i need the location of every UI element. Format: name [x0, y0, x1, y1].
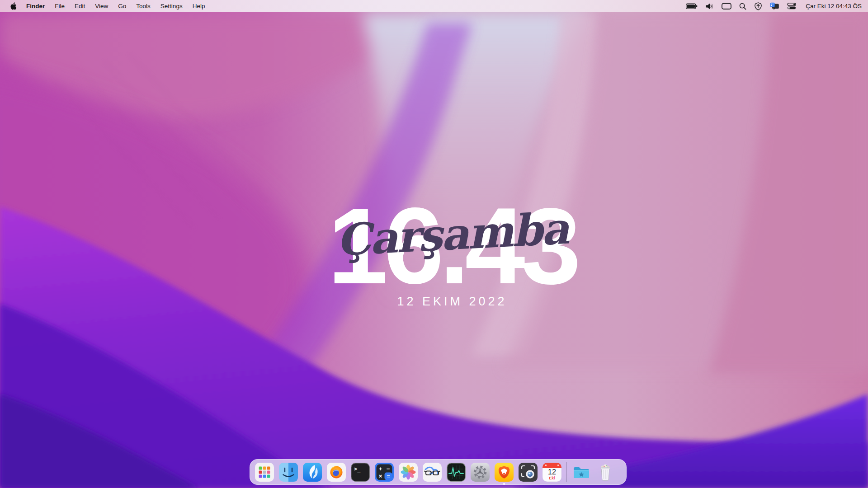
finder-icon: [279, 463, 298, 482]
settings-gear-icon: [471, 463, 490, 482]
volume-icon[interactable]: [705, 3, 714, 9]
dock-item-document-viewer[interactable]: [423, 463, 442, 482]
svg-text:>_: >_: [354, 466, 361, 473]
apple-menu[interactable]: [10, 2, 17, 10]
svg-text:−: −: [387, 465, 390, 472]
menubar-clock[interactable]: Çar Eki 12 04:43 ÖS: [806, 3, 862, 9]
firefox-icon: [327, 463, 346, 482]
favorites-folder-icon: [572, 463, 591, 482]
running-indicator-dot: [503, 483, 505, 485]
trash-full-icon: [596, 463, 615, 482]
menu-go[interactable]: Go: [118, 3, 126, 9]
calendar-month: Eki: [542, 476, 561, 480]
calendar-day: 12: [542, 468, 561, 476]
brave-icon: [495, 463, 514, 482]
document-viewer-icon: [423, 463, 442, 482]
wallpaper: [0, 12, 868, 488]
control-center-icon[interactable]: [787, 3, 796, 9]
dock-item-settings[interactable]: [471, 463, 490, 482]
menu-file[interactable]: File: [55, 3, 65, 9]
apple-logo-icon: [10, 2, 17, 10]
menubar-status-area: Çar Eki 12 04:43 ÖS: [686, 2, 862, 10]
dock-item-trash[interactable]: [596, 463, 615, 482]
dock-item-terminal[interactable]: >_: [351, 463, 370, 482]
calculator-icon: + − × =: [375, 463, 394, 482]
desktop: { "menu_bar": { "menus": ["Finder", "Fil…: [0, 0, 868, 488]
menu-edit[interactable]: Edit: [75, 3, 85, 9]
menu-help[interactable]: Help: [193, 3, 205, 9]
system-monitor-icon: [447, 463, 466, 482]
dock-item-favorites-folder[interactable]: [572, 463, 591, 482]
menu-finder[interactable]: Finder: [26, 3, 45, 9]
launchpad-icon: [255, 463, 274, 482]
dock-item-firefox[interactable]: [327, 463, 346, 482]
shield-icon[interactable]: [754, 2, 762, 10]
battery-icon[interactable]: [686, 3, 698, 9]
search-icon[interactable]: [739, 3, 746, 10]
dock-item-brave[interactable]: [495, 463, 514, 482]
display-icon[interactable]: [722, 3, 731, 10]
svg-text:+: +: [379, 465, 382, 472]
dock-item-system-monitor[interactable]: [447, 463, 466, 482]
blue-bird-app-icon: [303, 463, 322, 482]
svg-text:×: ×: [379, 472, 382, 479]
dock-item-calculator[interactable]: + − × =: [375, 463, 394, 482]
photos-icon: [399, 463, 418, 482]
dock-item-finder[interactable]: [279, 463, 298, 482]
input-source-icon[interactable]: [770, 2, 779, 10]
menu-view[interactable]: View: [95, 3, 108, 9]
dock-item-launchpad[interactable]: [255, 463, 274, 482]
menu-tools[interactable]: Tools: [136, 3, 151, 9]
dock: >_ + − × =: [250, 459, 627, 485]
dock-item-calendar[interactable]: 12 Eki: [542, 463, 561, 482]
dock-item-screenshot[interactable]: [519, 463, 538, 482]
menu-settings[interactable]: Settings: [160, 3, 183, 9]
dock-item-photos[interactable]: [399, 463, 418, 482]
menu-bar: Finder File Edit View Go Tools Settings …: [0, 0, 868, 12]
dock-separator: [566, 462, 567, 482]
dock-item-blue-bird-app[interactable]: [303, 463, 322, 482]
svg-text:=: =: [387, 472, 390, 479]
terminal-icon: >_: [351, 463, 370, 482]
calendar-header: [542, 463, 561, 468]
screenshot-icon: [519, 463, 538, 482]
